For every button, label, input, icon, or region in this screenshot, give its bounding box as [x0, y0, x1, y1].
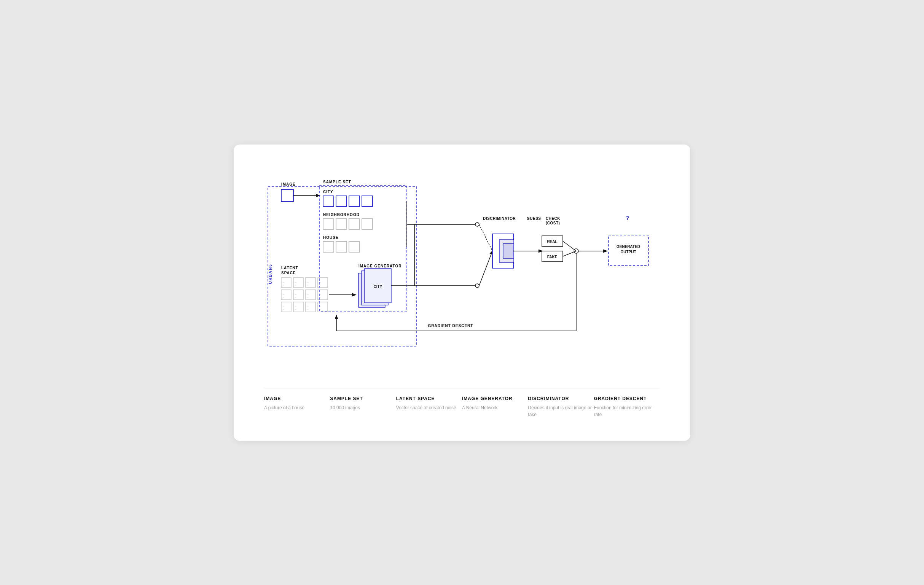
svg-text:(COST): (COST) — [546, 221, 560, 225]
svg-text:IMAGE GENERATOR: IMAGE GENERATOR — [358, 264, 402, 268]
legend-item-image: IMAGE A picture of a house — [264, 396, 330, 418]
svg-text:···: ··· — [307, 296, 308, 298]
svg-text:?: ? — [626, 215, 629, 221]
legend-title-image: IMAGE — [264, 396, 330, 401]
svg-rect-16 — [362, 219, 373, 229]
diagram-area: URBAN6 IMAGE SAMPLE SET CITY NEIGHBORHOO… — [264, 167, 660, 365]
svg-rect-3 — [281, 190, 294, 202]
svg-line-88 — [563, 241, 576, 251]
svg-rect-14 — [336, 219, 346, 229]
legend-title-latent-space: LATENT SPACE — [396, 396, 462, 401]
svg-text:IMAGE: IMAGE — [281, 182, 296, 186]
svg-text:···: ··· — [295, 308, 296, 310]
legend-desc-image-generator: A Neural Network — [462, 404, 528, 411]
svg-text:GENERATED: GENERATED — [617, 245, 640, 249]
svg-text:···: ··· — [295, 305, 296, 308]
svg-line-89 — [563, 251, 576, 256]
svg-text:CHECK: CHECK — [546, 216, 560, 221]
legend-title-gradient-descent: GRADIENT DESCENT — [594, 396, 660, 401]
svg-rect-8 — [323, 196, 334, 206]
svg-text:···: ··· — [307, 281, 308, 283]
svg-text:···: ··· — [295, 293, 296, 295]
svg-text:···: ··· — [282, 305, 284, 308]
svg-point-72 — [475, 284, 479, 288]
svg-text:CITY: CITY — [374, 285, 383, 289]
svg-rect-13 — [323, 219, 334, 229]
svg-text:···: ··· — [282, 284, 284, 286]
svg-text:URBAN6: URBAN6 — [268, 264, 272, 284]
svg-text:SAMPLE SET: SAMPLE SET — [323, 180, 351, 184]
svg-text:···: ··· — [295, 281, 296, 283]
legend-area: IMAGE A picture of a house SAMPLE SET 10… — [264, 388, 660, 418]
svg-rect-10 — [349, 196, 360, 206]
svg-point-71 — [475, 222, 479, 226]
svg-rect-78 — [503, 244, 514, 259]
svg-text:···: ··· — [307, 308, 308, 310]
svg-line-74 — [479, 251, 492, 286]
svg-text:···: ··· — [282, 308, 284, 310]
svg-rect-19 — [336, 242, 346, 252]
legend-item-discriminator: DISCRIMINATOR Decides if input is real i… — [528, 396, 594, 418]
svg-text:···: ··· — [319, 296, 320, 298]
svg-text:GRADIENT DESCENT: GRADIENT DESCENT — [428, 324, 474, 328]
svg-text:···: ··· — [307, 293, 308, 295]
svg-text:···: ··· — [319, 308, 320, 310]
architecture-diagram: URBAN6 IMAGE SAMPLE SET CITY NEIGHBORHOO… — [264, 167, 660, 365]
svg-text:HOUSE: HOUSE — [323, 236, 339, 240]
legend-item-latent-space: LATENT SPACE Vector space of created noi… — [396, 396, 462, 418]
legend-desc-sample-set: 10,000 images — [330, 404, 396, 411]
main-card: URBAN6 IMAGE SAMPLE SET CITY NEIGHBORHOO… — [234, 145, 690, 441]
svg-rect-18 — [323, 242, 334, 252]
svg-text:···: ··· — [282, 293, 284, 295]
legend-item-image-generator: IMAGE GENERATOR A Neural Network — [462, 396, 528, 418]
svg-text:REAL: REAL — [547, 240, 557, 244]
svg-text:DISCRIMINATOR: DISCRIMINATOR — [483, 216, 516, 221]
legend-desc-image: A picture of a house — [264, 404, 330, 411]
legend-title-sample-set: SAMPLE SET — [330, 396, 396, 401]
svg-text:CITY: CITY — [323, 190, 333, 194]
svg-text:SPACE: SPACE — [281, 271, 296, 275]
svg-text:···: ··· — [307, 305, 308, 308]
svg-text:LATENT: LATENT — [281, 266, 299, 270]
svg-text:···: ··· — [319, 293, 320, 295]
legend-desc-discriminator: Decides if input is real image or fake — [528, 404, 594, 418]
svg-text:NEIGHBORHOOD: NEIGHBORHOOD — [323, 213, 360, 217]
svg-text:···: ··· — [307, 284, 308, 286]
legend-item-gradient-descent: GRADIENT DESCENT Function for minimizing… — [594, 396, 660, 418]
svg-text:···: ··· — [282, 296, 284, 298]
svg-text:···: ··· — [319, 281, 320, 283]
svg-text:GUESS: GUESS — [527, 216, 541, 221]
legend-desc-gradient-descent: Function for minimizing error rate — [594, 404, 660, 418]
svg-text:FAKE: FAKE — [547, 255, 558, 259]
svg-rect-15 — [349, 219, 360, 229]
svg-text:···: ··· — [282, 281, 284, 283]
legend-title-discriminator: DISCRIMINATOR — [528, 396, 594, 401]
svg-text:···: ··· — [319, 305, 320, 308]
legend-title-image-generator: IMAGE GENERATOR — [462, 396, 528, 401]
svg-text:OUTPUT: OUTPUT — [620, 250, 636, 254]
svg-line-73 — [479, 224, 492, 251]
svg-text:···: ··· — [295, 296, 296, 298]
svg-rect-11 — [362, 196, 373, 206]
svg-text:···: ··· — [295, 284, 296, 286]
svg-rect-20 — [349, 242, 360, 252]
legend-desc-latent-space: Vector space of created noise — [396, 404, 462, 411]
legend-item-sample-set: SAMPLE SET 10,000 images — [330, 396, 396, 418]
svg-rect-9 — [336, 196, 346, 206]
svg-text:···: ··· — [319, 284, 320, 286]
